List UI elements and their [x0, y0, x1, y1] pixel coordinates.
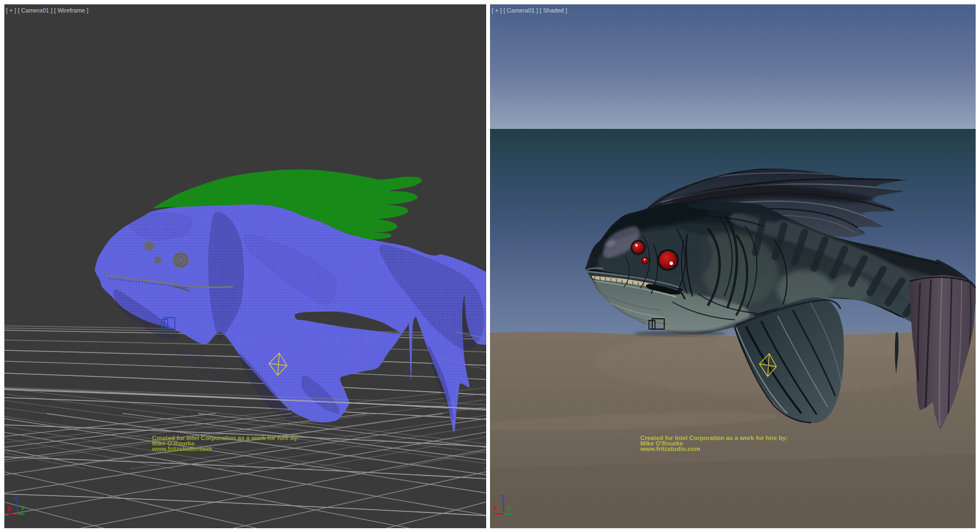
svg-text:www.fritzstudio.com: www.fritzstudio.com — [640, 446, 700, 452]
svg-text:y: y — [21, 504, 25, 510]
svg-text:www.fritzstudio.com: www.fritzstudio.com — [151, 446, 212, 452]
svg-text:X: X — [493, 505, 498, 512]
svg-text:y: y — [507, 504, 511, 510]
svg-text:[ + ] [ Camera01 ] [ Wireframe: [ + ] [ Camera01 ] [ Wireframe ] — [6, 7, 88, 14]
svg-text:[ + ] [ Camera01 ] [ Shaded ]: [ + ] [ Camera01 ] [ Shaded ] — [492, 7, 567, 14]
svg-text:Z: Z — [501, 494, 505, 500]
svg-text:X: X — [7, 505, 11, 512]
svg-text:Z: Z — [15, 494, 19, 500]
